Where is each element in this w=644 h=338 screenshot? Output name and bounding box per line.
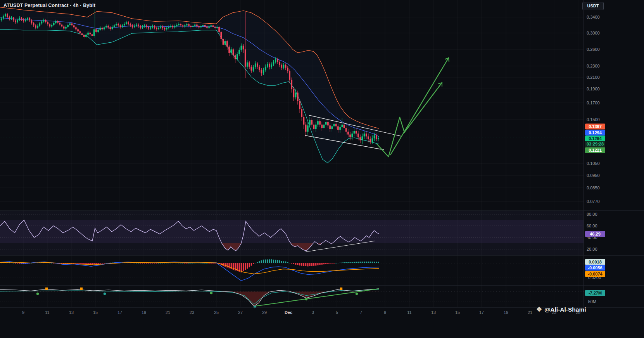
time-tick: 19 <box>142 310 146 315</box>
time-tick: 9 <box>22 310 24 315</box>
price-tick: 0.1500 <box>587 117 600 122</box>
time-tick: 13 <box>69 310 74 315</box>
bb-upper-value-badge: 0.1367 <box>585 124 605 130</box>
time-tick: 11 <box>45 310 49 315</box>
time-tick: 5 <box>336 310 338 315</box>
time-tick: 21 <box>528 310 532 315</box>
price-tick: 0.0770 <box>587 199 600 204</box>
time-tick: 15 <box>93 310 98 315</box>
price-tick: 0.3000 <box>587 31 600 36</box>
time-tick: 27 <box>238 310 243 315</box>
price-tick: 0.0950 <box>587 173 600 178</box>
time-tick: 19 <box>504 310 508 315</box>
time-tick: 17 <box>479 310 484 315</box>
bb-basis-value-badge: 0.1294 <box>585 130 605 136</box>
price-tick: 0.2600 <box>587 47 600 52</box>
macd-signal-value-badge: -0.0074 <box>585 271 605 277</box>
time-tick: 17 <box>117 310 122 315</box>
watermark-text: @Ali-Al-Shami <box>544 306 586 313</box>
trading-chart-window: ATUSDT Perpetual Contract · 4h · Bybit U… <box>0 0 644 338</box>
macd-line-value-badge: -0.0056 <box>585 265 605 271</box>
time-tick: 21 <box>166 310 170 315</box>
macd-hist-value-badge: 0.0018 <box>585 259 605 265</box>
price-tick: 0.0850 <box>587 185 600 191</box>
time-tick: 29 <box>262 310 267 315</box>
chart-canvas[interactable] <box>0 0 644 338</box>
price-tick: 0.1700 <box>587 101 600 106</box>
rsi-tick: 20.00 <box>587 247 597 252</box>
price-tick: 0.1050 <box>587 161 600 166</box>
time-tick: 25 <box>214 310 219 315</box>
symbol-title[interactable]: ATUSDT Perpetual Contract · 4h · Bybit <box>3 3 95 8</box>
time-tick: 3 <box>312 310 314 315</box>
price-tick: 0.3400 <box>587 15 600 20</box>
time-tick: 11 <box>407 310 411 315</box>
rsi-tick: 60.00 <box>587 224 597 229</box>
delta-tick: -50M <box>587 299 596 304</box>
time-tick: 13 <box>431 310 436 315</box>
bb-lower-value-badge: 0.1221 <box>585 147 605 153</box>
time-tick: 7 <box>360 310 362 315</box>
rsi-value-badge: 46.29 <box>585 231 605 237</box>
price-scale[interactable]: 0.34000.30000.26000.23000.21000.19000.17… <box>584 0 644 307</box>
time-tick: 23 <box>190 310 194 315</box>
price-tick: 0.2100 <box>587 75 600 80</box>
time-tick: 9 <box>384 310 386 315</box>
watermark-logo-icon: ❖ <box>536 305 542 314</box>
last-price-badge: 0.1284 <box>585 136 605 142</box>
currency-toggle-button[interactable]: USDT <box>582 2 604 10</box>
time-tick: 15 <box>455 310 460 315</box>
time-tick: Dec <box>285 310 292 315</box>
price-tick: 0.1900 <box>587 87 600 92</box>
watermark: ❖ @Ali-Al-Shami <box>536 305 586 314</box>
price-tick: 0.2300 <box>587 64 600 69</box>
delta-value-badge: -7.27M <box>585 290 605 296</box>
countdown-badge: 03:29:28 <box>585 141 605 147</box>
rsi-tick: 80.00 <box>587 212 597 217</box>
